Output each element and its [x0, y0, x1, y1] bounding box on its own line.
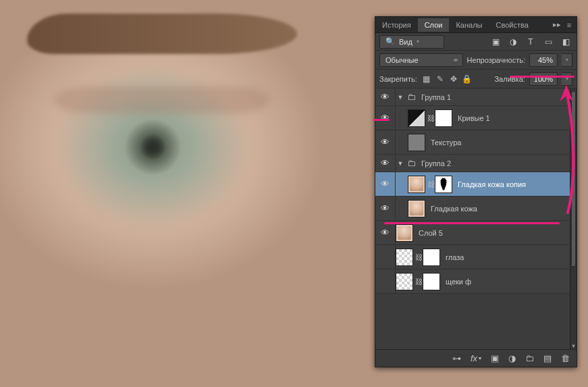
lock-move-icon[interactable]: ✥: [448, 74, 459, 84]
layer-row[interactable]: 👁Слой 5: [375, 221, 570, 245]
layer-name[interactable]: Гладкая кожа копия: [454, 180, 570, 188]
layer-filter-row: 🔍 Вид ▾ ▣ ◑ T ▭ ◧: [375, 33, 577, 51]
visibility-toggle[interactable]: [375, 269, 396, 293]
layer-name[interactable]: Слой 5: [415, 229, 570, 237]
fill-input[interactable]: 100%: [529, 72, 558, 86]
layers-scrollbar[interactable]: ▲ ▼: [570, 88, 577, 349]
mask-link-icon[interactable]: ⛓: [427, 180, 435, 188]
layer-thumbnail[interactable]: [396, 273, 413, 290]
layer-mask-thumbnail[interactable]: [423, 273, 440, 290]
layer-mask-thumbnail[interactable]: [423, 249, 440, 266]
panel-menu-icon[interactable]: ≡: [564, 20, 574, 30]
lock-all-icon[interactable]: 🔒: [462, 74, 473, 84]
layer-thumbnail[interactable]: [408, 109, 425, 127]
layer-row[interactable]: ⛓щеки ф: [375, 269, 570, 294]
fx-icon[interactable]: fx▾: [471, 353, 481, 363]
link-icon[interactable]: ⊶: [452, 353, 461, 363]
opacity-slider-toggle[interactable]: ▾: [562, 53, 572, 67]
smartobj-filter-icon[interactable]: ◧: [559, 36, 572, 48]
layer-row[interactable]: 👁⛓Гладкая кожа копия: [375, 172, 570, 197]
annotation-line: [510, 76, 574, 78]
chevron-down-icon: ◂▸: [453, 57, 458, 63]
layer-name[interactable]: Группа 2: [417, 159, 570, 167]
type-filter-icon[interactable]: T: [524, 36, 537, 48]
visibility-toggle[interactable]: 👁: [375, 88, 396, 105]
layer-row[interactable]: 👁⛓Кривые 1: [375, 106, 570, 130]
layers-panel: История Слои Каналы Свойства ▸▸ ≡ 🔍 Вид …: [375, 16, 577, 367]
layer-mask-thumbnail[interactable]: [435, 176, 452, 193]
adjustment-filter-icon[interactable]: ◑: [506, 36, 520, 48]
visibility-toggle[interactable]: 👁: [375, 155, 396, 172]
visibility-toggle[interactable]: 👁: [375, 106, 396, 130]
chevron-down-icon: ▾: [566, 57, 568, 63]
layer-thumbnail[interactable]: [408, 200, 425, 217]
scroll-thumb[interactable]: [571, 91, 576, 267]
trash-icon[interactable]: 🗑: [561, 353, 570, 363]
folder-icon: 🗀: [405, 158, 417, 169]
visibility-toggle[interactable]: 👁: [375, 221, 396, 244]
layer-name[interactable]: Текстура: [427, 138, 570, 147]
lock-label: Закрепить:: [379, 75, 417, 83]
blend-mode-value: Обычные: [385, 56, 419, 64]
lock-brush-icon[interactable]: ✎: [435, 74, 446, 84]
disclosure-triangle[interactable]: ▼: [396, 94, 405, 101]
layer-group-row[interactable]: 👁▼🗀Группа 1: [375, 88, 570, 106]
layer-mask-thumbnail[interactable]: [435, 109, 452, 127]
layers-bottom-bar: ⊶ fx▾ ▣ ◑ 🗀 ▤ 🗑: [375, 349, 577, 367]
scroll-down-icon[interactable]: ▼: [570, 342, 577, 349]
mask-link-icon[interactable]: ⛓: [427, 114, 435, 122]
tab-layers[interactable]: Слои: [418, 18, 450, 32]
canvas-detail: [54, 86, 270, 113]
layer-thumbnail[interactable]: [408, 134, 425, 151]
layer-name[interactable]: Группа 1: [417, 93, 570, 101]
layers-list: 👁▼🗀Группа 1👁⛓Кривые 1👁Текстура👁▼🗀Группа …: [375, 88, 577, 349]
search-icon: 🔍: [385, 37, 395, 46]
layer-name[interactable]: Гладкая кожа: [427, 205, 570, 213]
annotation-line: [373, 119, 390, 121]
visibility-toggle[interactable]: 👁: [375, 130, 396, 154]
lock-fill-row: Закрепить: ▦ ✎ ✥ 🔒 Заливка: 100% ▾: [375, 70, 577, 88]
fill-slider-toggle[interactable]: ▾: [562, 72, 572, 86]
layer-row[interactable]: ⛓глаза: [375, 245, 570, 269]
blend-mode-dropdown[interactable]: Обычные ◂▸: [379, 53, 463, 67]
lock-icons: ▦ ✎ ✥ 🔒: [421, 74, 473, 84]
blend-opacity-row: Обычные ◂▸ Непрозрачность: 45% ▾: [375, 51, 577, 70]
visibility-toggle[interactable]: [375, 245, 396, 269]
panel-tabs: История Слои Каналы Свойства ▸▸ ≡: [375, 17, 577, 33]
filter-kind-label: Вид: [399, 38, 412, 46]
layer-name[interactable]: глаза: [442, 253, 570, 261]
layer-thumbnail[interactable]: [408, 176, 425, 193]
layer-group-row[interactable]: 👁▼🗀Группа 2: [375, 155, 570, 172]
chevron-down-icon: ▾: [417, 38, 419, 45]
adjustment-circle-icon[interactable]: ◑: [508, 353, 516, 363]
layer-thumbnail[interactable]: [396, 249, 413, 266]
layer-name[interactable]: Кривые 1: [454, 114, 570, 122]
opacity-input[interactable]: 45%: [529, 53, 558, 67]
image-filter-icon[interactable]: ▣: [489, 36, 502, 48]
shape-filter-icon[interactable]: ▭: [541, 36, 555, 48]
tab-history[interactable]: История: [375, 18, 418, 32]
tab-properties[interactable]: Свойства: [489, 18, 535, 32]
visibility-toggle[interactable]: 👁: [375, 172, 396, 196]
visibility-toggle[interactable]: 👁: [375, 197, 396, 220]
lock-pixels-icon[interactable]: ▦: [421, 74, 432, 84]
annotation-line: [384, 222, 560, 224]
tab-channels[interactable]: Каналы: [449, 18, 489, 32]
disclosure-triangle[interactable]: ▼: [396, 160, 405, 167]
opacity-label: Непрозрачность:: [467, 56, 525, 64]
group-folder-icon[interactable]: 🗀: [525, 353, 534, 363]
mask-link-icon[interactable]: ⛓: [415, 253, 423, 261]
layer-thumbnail[interactable]: [396, 224, 413, 242]
layer-name[interactable]: щеки ф: [442, 278, 570, 286]
layer-row[interactable]: 👁Текстура: [375, 130, 570, 155]
mask-link-icon[interactable]: ⛓: [415, 278, 423, 286]
new-layer-icon[interactable]: ▤: [543, 353, 552, 363]
panel-collapse-icon[interactable]: ▸▸: [552, 20, 562, 30]
mask-icon[interactable]: ▣: [491, 353, 499, 363]
folder-icon: 🗀: [405, 92, 417, 103]
canvas-detail: [27, 14, 297, 54]
layer-row[interactable]: 👁Гладкая кожа: [375, 197, 570, 221]
filter-kind-dropdown[interactable]: 🔍 Вид ▾: [379, 35, 444, 49]
